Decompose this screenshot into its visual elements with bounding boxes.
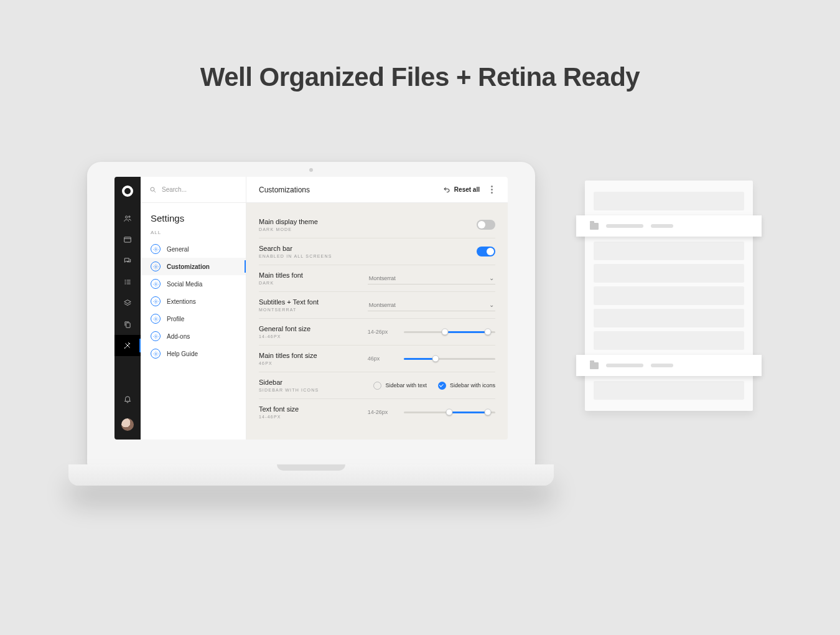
more-menu-button[interactable] <box>488 183 495 196</box>
select-value: Montserrat <box>369 275 396 281</box>
list-icon <box>123 278 132 286</box>
menu-item-profile[interactable]: Profile <box>141 310 246 327</box>
svg-point-10 <box>155 336 156 337</box>
highlighted-row[interactable] <box>576 355 762 376</box>
sidebar-category: ALL <box>141 227 246 240</box>
folder-icon <box>590 362 599 369</box>
radio-sidebar-with-icons[interactable]: Sidebar with icons <box>438 382 495 390</box>
settings-menu: General Customization Social Media Exten… <box>141 240 246 362</box>
svg-point-4 <box>151 187 154 191</box>
searchbar-toggle[interactable] <box>477 247 495 256</box>
rail-item-tools[interactable] <box>114 335 141 356</box>
search-bar[interactable]: Search... <box>141 177 246 203</box>
setting-subtitle: ENABLED IN ALL SCREENS <box>259 254 368 258</box>
page-title: Customizations <box>259 186 310 194</box>
folder-icon <box>590 223 599 230</box>
menu-item-social-media[interactable]: Social Media <box>141 275 246 293</box>
laptop-notch <box>277 464 345 471</box>
menu-label: Profile <box>167 316 184 322</box>
menu-label: Social Media <box>167 281 202 288</box>
placeholder-row <box>594 192 744 210</box>
tools-icon <box>123 341 132 350</box>
slider-value-label: 46px <box>368 355 398 362</box>
rail-item-people[interactable] <box>114 208 141 229</box>
slider-value-label: 14-26px <box>368 329 398 335</box>
placeholder-row <box>594 264 744 283</box>
setting-title: Text font size <box>259 405 368 413</box>
sidebar-title: Settings <box>141 203 246 227</box>
rail-notifications[interactable] <box>114 388 141 410</box>
setting-subtitle: 46PX <box>259 361 368 365</box>
laptop-camera-dot <box>309 168 313 172</box>
layers-icon <box>123 299 132 308</box>
setting-subtitle: MONTSERRAT <box>259 308 368 312</box>
general-font-size-slider[interactable] <box>404 331 495 333</box>
radio-dot-icon <box>373 382 381 390</box>
setting-row-main-titles-font-size: Main titles font size 46PX 46px <box>259 346 495 372</box>
app-logo-icon[interactable] <box>122 186 133 197</box>
main-titles-font-select[interactable]: Montserrat ⌄ <box>368 272 495 285</box>
sidebar-style-radiogroup: Sidebar with text Sidebar with icons <box>373 382 495 390</box>
search-icon <box>149 186 157 194</box>
menu-label: Customization <box>167 263 210 270</box>
setting-subtitle: DARK MODE <box>259 227 368 232</box>
setting-row-sidebar-style: Sidebar SIDEBAR WITH ICONS Sidebar with … <box>259 372 495 399</box>
placeholder-row <box>594 331 744 350</box>
placeholder-line <box>606 364 643 367</box>
rail-item-chat[interactable] <box>114 250 141 271</box>
radio-dot-icon <box>438 382 446 390</box>
radio-sidebar-with-text[interactable]: Sidebar with text <box>373 382 427 390</box>
rail-item-list[interactable] <box>114 271 141 293</box>
menu-item-general[interactable]: General <box>141 240 246 258</box>
placeholder-line <box>651 224 673 228</box>
setting-title: General font size <box>259 325 368 332</box>
rail-item-browser[interactable] <box>114 229 141 250</box>
menu-item-help-guide[interactable]: Help Guide <box>141 345 246 362</box>
settings-body: Main display theme DARK MODE Search bar … <box>246 203 508 440</box>
svg-point-7 <box>155 283 156 285</box>
subtitles-font-select[interactable]: Montserrat ⌄ <box>368 299 495 311</box>
laptop-base <box>68 464 554 486</box>
theme-toggle[interactable] <box>477 220 495 230</box>
user-avatar[interactable] <box>121 418 134 431</box>
placeholder-line <box>606 224 643 228</box>
undo-icon <box>443 186 450 194</box>
setting-row-search-bar: Search bar ENABLED IN ALL SCREENS <box>259 238 495 265</box>
search-placeholder: Search... <box>162 186 187 193</box>
radio-label: Sidebar with text <box>385 382 427 388</box>
rail-item-copy[interactable] <box>114 314 141 335</box>
reset-button[interactable]: Reset all <box>443 186 480 194</box>
copy-icon <box>123 320 132 329</box>
gear-icon <box>151 314 161 324</box>
menu-label: General <box>167 246 189 253</box>
highlighted-row[interactable] <box>576 215 762 237</box>
menu-label: Help Guide <box>167 350 198 357</box>
setting-title: Subtitles + Text font <box>259 298 368 306</box>
menu-item-customization[interactable]: Customization <box>141 258 246 275</box>
setting-row-subtitles-font: Subtitles + Text font MONTSERRAT Montser… <box>259 292 495 319</box>
placeholder-row <box>594 286 744 305</box>
svg-rect-2 <box>124 237 131 242</box>
text-font-size-slider[interactable] <box>404 412 495 413</box>
setting-title: Sidebar <box>259 379 368 386</box>
main-titles-font-size-slider[interactable] <box>404 358 495 360</box>
browser-icon <box>123 235 132 244</box>
svg-point-9 <box>155 318 156 319</box>
setting-title: Main titles font size <box>259 352 368 359</box>
rail-item-layers[interactable] <box>114 293 141 314</box>
main-panel: Customizations Reset all <box>246 177 508 440</box>
setting-row-general-font-size: General font size 14-46PX 14-26px <box>259 319 495 346</box>
setting-title: Main display theme <box>259 218 368 225</box>
menu-item-add-ons[interactable]: Add-ons <box>141 327 246 345</box>
menu-item-extentions[interactable]: Extentions <box>141 293 246 310</box>
setting-subtitle: DARK <box>259 281 368 285</box>
setting-subtitle: 14-46PX <box>259 334 368 339</box>
svg-point-5 <box>155 248 156 250</box>
svg-point-1 <box>129 216 130 217</box>
svg-point-11 <box>155 353 156 354</box>
laptop-mockup: Search... Settings ALL General Customiza… <box>68 162 554 486</box>
menu-label: Extentions <box>167 298 196 305</box>
app-screen: Search... Settings ALL General Customiza… <box>114 177 508 440</box>
setting-subtitle: 14-46PX <box>259 415 368 419</box>
svg-point-8 <box>155 301 156 302</box>
